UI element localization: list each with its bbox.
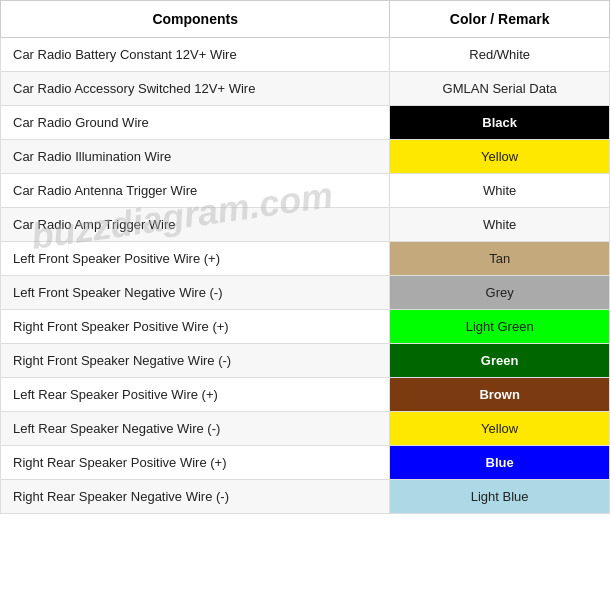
component-cell: Car Radio Ground Wire — [1, 106, 390, 140]
component-cell: Car Radio Amp Trigger Wire — [1, 208, 390, 242]
table-row: Car Radio Accessory Switched 12V+ WireGM… — [1, 72, 610, 106]
component-cell: Right Rear Speaker Negative Wire (-) — [1, 480, 390, 514]
component-cell: Right Front Speaker Negative Wire (-) — [1, 344, 390, 378]
color-cell: White — [390, 174, 610, 208]
table-row: Right Front Speaker Positive Wire (+)Lig… — [1, 310, 610, 344]
table-row: Right Rear Speaker Negative Wire (-)Ligh… — [1, 480, 610, 514]
color-cell: Green — [390, 344, 610, 378]
table-row: Car Radio Illumination WireYellow — [1, 140, 610, 174]
component-cell: Left Front Speaker Negative Wire (-) — [1, 276, 390, 310]
table-row: Car Radio Battery Constant 12V+ WireRed/… — [1, 38, 610, 72]
component-cell: Car Radio Illumination Wire — [1, 140, 390, 174]
component-cell: Right Rear Speaker Positive Wire (+) — [1, 446, 390, 480]
color-cell: White — [390, 208, 610, 242]
color-cell: Yellow — [390, 412, 610, 446]
component-cell: Left Rear Speaker Negative Wire (-) — [1, 412, 390, 446]
component-cell: Left Rear Speaker Positive Wire (+) — [1, 378, 390, 412]
color-cell: Blue — [390, 446, 610, 480]
color-cell: Black — [390, 106, 610, 140]
table-row: Right Front Speaker Negative Wire (-)Gre… — [1, 344, 610, 378]
color-remark-header: Color / Remark — [390, 1, 610, 38]
table-row: Car Radio Antenna Trigger WireWhite — [1, 174, 610, 208]
table-row: Left Rear Speaker Positive Wire (+)Brown — [1, 378, 610, 412]
color-cell: Red/White — [390, 38, 610, 72]
page-container: buzzdiagram.com Components Color / Remar… — [0, 0, 610, 514]
component-cell: Car Radio Battery Constant 12V+ Wire — [1, 38, 390, 72]
components-header: Components — [1, 1, 390, 38]
table-row: Car Radio Amp Trigger WireWhite — [1, 208, 610, 242]
component-cell: Car Radio Accessory Switched 12V+ Wire — [1, 72, 390, 106]
component-cell: Right Front Speaker Positive Wire (+) — [1, 310, 390, 344]
table-row: Left Front Speaker Negative Wire (-)Grey — [1, 276, 610, 310]
wiring-table: Components Color / Remark Car Radio Batt… — [0, 0, 610, 514]
color-cell: GMLAN Serial Data — [390, 72, 610, 106]
table-row: Left Front Speaker Positive Wire (+)Tan — [1, 242, 610, 276]
table-row: Right Rear Speaker Positive Wire (+)Blue — [1, 446, 610, 480]
table-row: Left Rear Speaker Negative Wire (-)Yello… — [1, 412, 610, 446]
component-cell: Car Radio Antenna Trigger Wire — [1, 174, 390, 208]
component-cell: Left Front Speaker Positive Wire (+) — [1, 242, 390, 276]
table-header-row: Components Color / Remark — [1, 1, 610, 38]
color-cell: Yellow — [390, 140, 610, 174]
color-cell: Grey — [390, 276, 610, 310]
color-cell: Light Blue — [390, 480, 610, 514]
color-cell: Brown — [390, 378, 610, 412]
table-row: Car Radio Ground WireBlack — [1, 106, 610, 140]
color-cell: Light Green — [390, 310, 610, 344]
color-cell: Tan — [390, 242, 610, 276]
